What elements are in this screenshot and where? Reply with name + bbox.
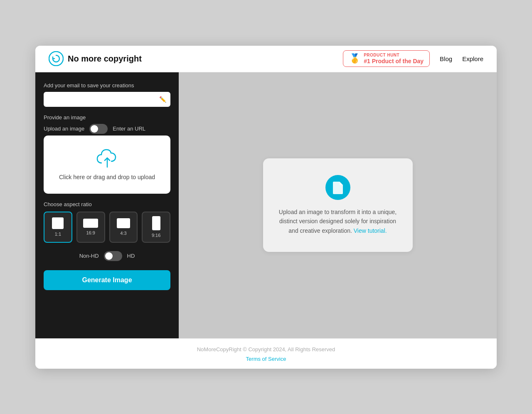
toggle-url-label: Enter an URL <box>113 126 145 132</box>
ph-title: #1 Product of the Day <box>364 58 424 65</box>
image-toggle-row: Upload an image Enter an URL <box>44 124 170 134</box>
email-section: Add your email to save your creations ✏️ <box>44 82 170 107</box>
email-section-label: Add your email to save your creations <box>44 82 170 89</box>
hd-toggle[interactable] <box>104 251 122 261</box>
aspect-1-1[interactable]: 1:1 <box>44 212 72 243</box>
aspect-4-3-label: 4:3 <box>120 231 126 236</box>
logo-area: No more copyright <box>49 51 343 66</box>
image-section: Provide an image Upload an image Enter a… <box>44 114 170 194</box>
aspect-16-9-icon <box>83 219 98 228</box>
right-panel: Upload an image to transform it into a u… <box>179 72 497 338</box>
nav-links: Blog Explore <box>440 55 483 62</box>
upload-text: Click here or drag and drop to upload <box>59 174 155 180</box>
hd-row: Non-HD HD <box>44 251 170 261</box>
aspect-4-3-icon <box>117 218 130 228</box>
aspect-16-9[interactable]: 16:9 <box>76 212 105 243</box>
aspect-4-3[interactable]: 4:3 <box>109 212 138 243</box>
nav-explore[interactable]: Explore <box>462 55 483 62</box>
ph-text: PRODUCT HUNT #1 Product of the Day <box>364 53 424 65</box>
email-input[interactable] <box>44 92 170 107</box>
nav-blog[interactable]: Blog <box>440 55 452 62</box>
preview-card: Upload an image to transform it into a u… <box>263 158 413 252</box>
aspect-grid: 1:1 16:9 4:3 9:16 <box>44 212 170 243</box>
app-window: No more copyright 🥇 PRODUCT HUNT #1 Prod… <box>35 46 497 369</box>
footer-copyright: NoMoreCopyRight © Copyright 2024, All Ri… <box>35 346 497 352</box>
ph-label: PRODUCT HUNT <box>364 53 424 58</box>
main-content: Add your email to save your creations ✏️… <box>35 72 497 338</box>
left-panel: Add your email to save your creations ✏️… <box>35 72 179 338</box>
upload-area[interactable]: Click here or drag and drop to upload <box>44 136 170 194</box>
email-input-wrap: ✏️ <box>44 92 170 107</box>
preview-description: Upload an image to transform it into a u… <box>276 207 399 235</box>
footer: NoMoreCopyRight © Copyright 2024, All Ri… <box>35 338 497 369</box>
aspect-1-1-label: 1:1 <box>55 232 61 237</box>
upload-url-toggle[interactable] <box>89 124 108 134</box>
preview-file-icon <box>325 175 350 200</box>
aspect-section-label: Choose aspect ratio <box>44 201 170 207</box>
svg-point-0 <box>49 52 63 66</box>
file-icon <box>332 181 344 194</box>
product-hunt-badge[interactable]: 🥇 PRODUCT HUNT #1 Product of the Day <box>343 50 430 67</box>
aspect-9-16[interactable]: 9:16 <box>142 212 170 243</box>
aspect-ratio-section: Choose aspect ratio 1:1 16:9 4:3 <box>44 201 170 243</box>
upload-cloud-icon <box>96 149 118 169</box>
toggle-upload-label: Upload an image <box>44 126 84 132</box>
header: No more copyright 🥇 PRODUCT HUNT #1 Prod… <box>35 46 497 72</box>
aspect-9-16-label: 9:16 <box>152 233 160 238</box>
toggle-knob <box>91 125 98 133</box>
app-title: No more copyright <box>68 54 142 64</box>
image-section-label: Provide an image <box>44 114 170 121</box>
generate-button[interactable]: Generate Image <box>44 270 170 290</box>
aspect-16-9-label: 16:9 <box>86 230 95 235</box>
hd-toggle-knob <box>105 252 113 260</box>
edit-icon: ✏️ <box>159 96 166 103</box>
medal-icon: 🥇 <box>349 53 360 64</box>
view-tutorial-link[interactable]: View tutorial. <box>354 227 387 234</box>
hd-label: HD <box>127 253 135 259</box>
non-hd-label: Non-HD <box>79 253 99 259</box>
aspect-9-16-icon <box>152 216 160 230</box>
aspect-1-1-icon <box>52 217 64 229</box>
terms-of-service-link[interactable]: Terms of Service <box>35 356 497 362</box>
logo-icon <box>49 51 64 66</box>
